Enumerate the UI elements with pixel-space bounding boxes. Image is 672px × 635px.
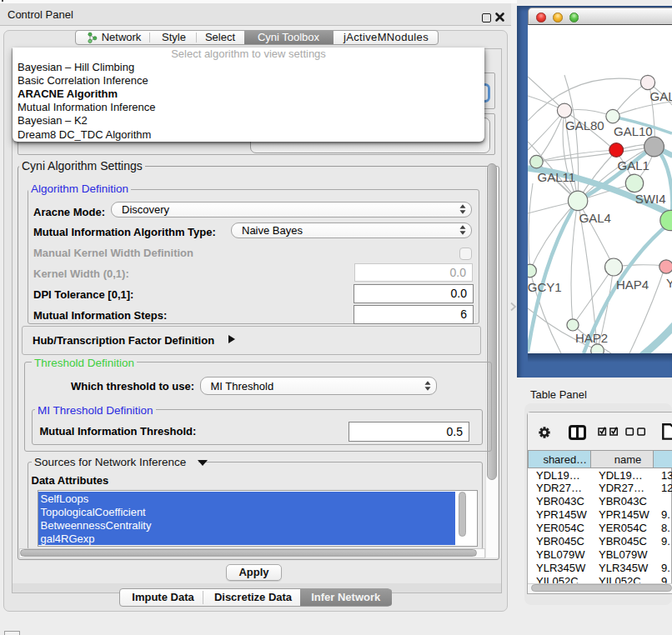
svg-text:GCY1: GCY1 <box>528 280 562 294</box>
svg-text:GAL: GAL <box>650 89 672 103</box>
svg-text:Y: Y <box>666 276 672 290</box>
svg-text:HAP4: HAP4 <box>616 278 649 292</box>
svg-text:GAL10: GAL10 <box>614 124 653 138</box>
svg-text:GAL80: GAL80 <box>565 118 604 132</box>
svg-text:GAL11: GAL11 <box>538 170 576 184</box>
svg-text:HAP2: HAP2 <box>575 331 608 345</box>
svg-text:GAL4: GAL4 <box>579 211 611 225</box>
svg-text:GAL1: GAL1 <box>618 158 649 172</box>
svg-text:SWI4: SWI4 <box>635 192 666 206</box>
